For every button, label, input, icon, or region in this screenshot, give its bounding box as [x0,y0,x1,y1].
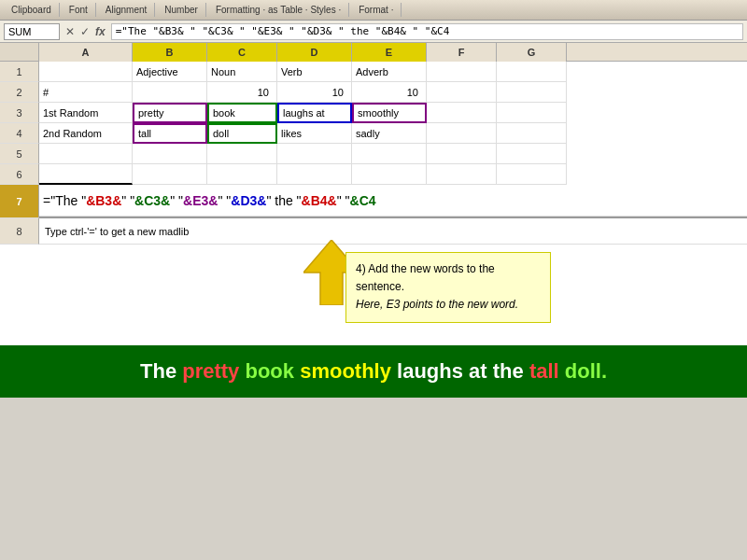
formula-part-b4: &B4& [302,193,337,208]
cell-f5[interactable] [427,144,497,164]
cell-e4[interactable]: sadly [352,123,427,144]
tooltip-main-text: 4) Add the new words to the sentence. [356,262,495,293]
sentence-word-pretty: pretty [182,359,245,383]
cell-d1[interactable]: Verb [277,62,352,82]
cell-d6[interactable] [277,164,352,185]
cell-e6[interactable] [352,164,427,185]
spreadsheet: A B C D E F G 1 Adjective Noun Verb Adve… [0,43,747,245]
col-header-b[interactable]: B [133,43,207,62]
row-header-8: 8 [0,218,39,245]
formula-part-d3: &D3& [231,193,266,208]
cell-e5[interactable] [352,144,427,164]
ribbon-cells: Format · [351,3,402,17]
formula-bar: SUM ✕ ✓ fx ="The "&B3& " "&C3& " "&E3& "… [0,21,747,43]
cell-d4[interactable]: likes [277,123,352,144]
col-header-a[interactable]: A [39,43,133,62]
cell-a5[interactable] [39,144,133,164]
ribbon-styles: Formatting · as Table · Styles · [208,3,349,17]
col-header-c[interactable]: C [207,43,277,62]
formula-row-7: 7 ="The "&B3&" "&C3&" "&E3&" "&D3&" the … [0,185,747,218]
row-header-7: 7 [0,185,39,218]
cell-a1[interactable] [39,62,133,82]
corner-cell [0,43,39,62]
row-header-4: 4 [0,123,39,144]
cell-b5[interactable] [133,144,207,164]
formula-part-c3: &C3& [134,193,170,208]
sentence-word-book: book [245,359,300,383]
ribbon-font: Font [62,3,96,17]
formula-part-space1: " " [121,193,134,208]
cell-d2[interactable]: 10 [277,82,352,103]
column-headers: A B C D E F G [0,43,747,62]
row-header-6: 6 [0,164,39,185]
row-header-3: 3 [0,103,39,123]
cell-g5[interactable] [497,144,567,164]
cell-f4[interactable] [427,123,497,144]
col-header-e[interactable]: E [352,43,427,62]
cell-a4[interactable]: 2nd Random [39,123,133,144]
confirm-icon[interactable]: ✓ [78,25,92,38]
name-box[interactable]: SUM [4,23,60,40]
ribbon-clipboard: Clipboard [4,3,60,17]
table-row: 3 1st Random pretty book laughs at smoot… [0,103,747,123]
col-header-g[interactable]: G [497,43,567,62]
sentence-word-the1: The [140,359,182,383]
grid: 1 Adjective Noun Verb Adverb 2 # 10 10 1… [0,62,747,245]
grid-body: 1 Adjective Noun Verb Adverb 2 # 10 10 1… [0,62,747,245]
ribbon-alignment: Alignment [98,3,155,17]
cancel-icon[interactable]: ✕ [63,25,77,38]
sentence-word-the2: the [493,359,529,383]
cell-c1[interactable]: Noun [207,62,277,82]
cell-g2[interactable] [497,82,567,103]
cell-e2[interactable]: 10 [352,82,427,103]
cell-a2[interactable]: # [39,82,133,103]
cell-b3[interactable]: pretty [133,103,207,123]
cell-f1[interactable] [427,62,497,82]
cell-c5[interactable] [207,144,277,164]
formula-part-space2: " " [170,193,183,208]
cell-c4[interactable]: doll [207,123,277,144]
formula-part-c4: &C4 [350,193,376,208]
cell-c2[interactable]: 10 [207,82,277,103]
ribbon-bar: Clipboard Font Alignment Number Formatti… [0,0,747,21]
sentence-text: The pretty book smoothly laughs at the t… [140,359,607,384]
cell-f6[interactable] [427,164,497,185]
col-header-d[interactable]: D [277,43,352,62]
cell-g3[interactable] [497,103,567,123]
cell-c3[interactable]: book [207,103,277,123]
instruction-cell-a8: Type ctrl-'=' to get a new madlib [39,218,747,244]
formula-icons: ✕ ✓ fx [63,25,107,38]
formula-input[interactable]: ="The "&B3& " "&C3& " "&E3& " "&D3& " th… [111,23,743,40]
formula-part-equals: ="The " [43,193,86,208]
sentence-word-smoothly: smoothly [300,359,397,383]
instruction-row-8: 8 Type ctrl-'=' to get a new madlib [0,218,747,245]
tooltip-italic-text: Here, E3 points to the new word. [356,298,518,311]
col-header-f[interactable]: F [427,43,497,62]
ribbon-number: Number [157,3,206,17]
cell-a3[interactable]: 1st Random [39,103,133,123]
table-row: 4 2nd Random tall doll likes sadly [0,123,747,144]
cell-f2[interactable] [427,82,497,103]
cell-b1[interactable]: Adjective [133,62,207,82]
row-header-2: 2 [0,82,39,103]
fx-icon[interactable]: fx [93,25,107,38]
table-row: 6 [0,164,747,185]
cell-d5[interactable] [277,144,352,164]
cell-c6[interactable] [207,164,277,185]
cell-e3-highlighted[interactable]: smoothly [352,103,427,123]
cell-b4[interactable]: tall [133,123,207,144]
cell-b2[interactable] [133,82,207,103]
cell-g1[interactable] [497,62,567,82]
formula-cell-a7[interactable]: ="The "&B3&" "&C3&" "&E3&" "&D3&" the "&… [39,185,747,217]
row-header-1: 1 [0,62,39,82]
cell-g6[interactable] [497,164,567,185]
cell-e1[interactable]: Adverb [352,62,427,82]
formula-part-space4: " " [337,193,350,208]
annotation-area: 4) Add the new words to the sentence. He… [0,245,747,345]
cell-g4[interactable] [497,123,567,144]
cell-a6[interactable] [39,164,133,185]
cell-b6[interactable] [133,164,207,185]
formula-part-e3: &E3& [183,193,218,208]
cell-f3[interactable] [427,103,497,123]
cell-d3[interactable]: laughs at [277,103,352,123]
